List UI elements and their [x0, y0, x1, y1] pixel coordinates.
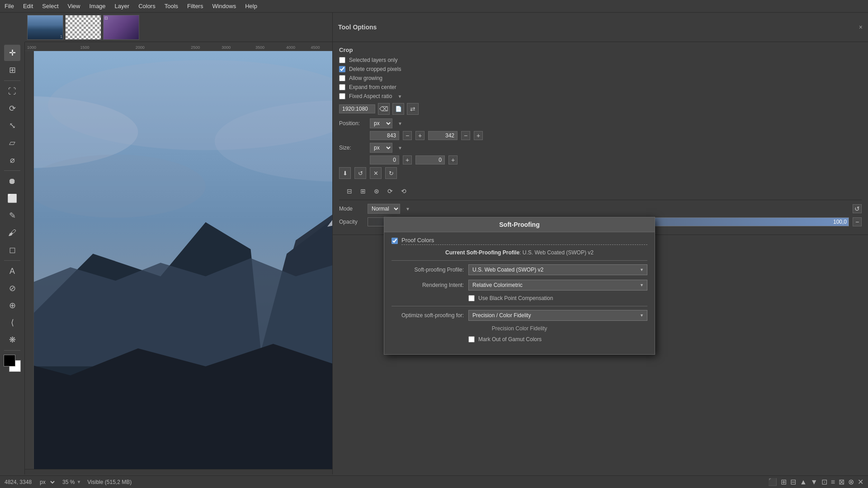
dimension-input[interactable]	[339, 104, 375, 113]
layers-icon-btn[interactable]: ⊟	[344, 185, 355, 197]
allow-growing-checkbox[interactable]	[339, 75, 345, 81]
status-icon-8[interactable]: ⊠	[839, 478, 844, 486]
tool-options-close-button[interactable]: ×	[859, 23, 863, 31]
channels-icon-btn[interactable]: ⊞	[357, 185, 369, 197]
dimension-book-btn[interactable]: 📄	[392, 103, 404, 115]
status-icon-6[interactable]: ⊡	[821, 478, 827, 486]
tool-crop[interactable]: ⛶	[4, 83, 20, 99]
reset-icon-btn[interactable]: ↺	[354, 167, 366, 179]
thumbnail-1[interactable]: 1	[27, 15, 63, 40]
allow-growing-row: Allow growing	[339, 75, 862, 81]
menu-image[interactable]: Image	[85, 1, 110, 11]
optimize-subtitle: Precision Color Fidelity	[392, 325, 647, 332]
tool-text[interactable]: A	[4, 263, 20, 279]
history-icon-btn[interactable]: ⟳	[384, 185, 396, 197]
selected-layers-checkbox[interactable]	[339, 57, 345, 63]
horizontal-scrollbar[interactable]	[25, 469, 332, 474]
dimension-swap-btn[interactable]: ⇄	[407, 103, 419, 115]
status-icon-9[interactable]: ⊗	[848, 478, 854, 486]
tool-magnify[interactable]: ⟨	[4, 314, 20, 331]
fixed-aspect-checkbox[interactable]	[339, 93, 345, 99]
y-decrease-btn[interactable]: −	[461, 131, 470, 140]
position-unit-select[interactable]: px mm in	[370, 118, 392, 128]
position-y-input[interactable]	[428, 131, 458, 140]
refresh-icon-btn[interactable]: ⟲	[398, 185, 410, 197]
proof-colors-checkbox[interactable]	[392, 238, 398, 244]
position-x-input[interactable]	[370, 131, 399, 140]
tool-perspective[interactable]: ▱	[4, 135, 20, 151]
paths-icon-btn[interactable]: ⊛	[371, 185, 382, 197]
h-increase-btn[interactable]: +	[448, 155, 458, 164]
statusbar-right-icons: ⬛ ⊞ ⊟ ▲ ▼ ⊡ ≡ ⊠ ⊗ ✕	[768, 478, 863, 486]
status-icon-5[interactable]: ▼	[811, 478, 818, 486]
tool-gradient[interactable]: ⬜	[4, 190, 20, 206]
size-w-input[interactable]	[370, 155, 399, 164]
tool-paintbucket[interactable]: ⏺	[4, 173, 20, 189]
menu-file[interactable]: File	[0, 1, 19, 11]
menu-view[interactable]: View	[63, 1, 85, 11]
status-icon-1[interactable]: ⬛	[768, 478, 777, 486]
menu-tools[interactable]: Tools	[160, 1, 183, 11]
tool-rotate[interactable]: ⟳	[4, 100, 20, 117]
zoom-dropdown-icon[interactable]: ▼	[76, 479, 81, 484]
y-increase-btn[interactable]: +	[474, 131, 483, 140]
thumbnail-2[interactable]: ×	[65, 15, 101, 40]
download-icon-btn[interactable]: ⬇	[339, 167, 351, 179]
menu-edit[interactable]: Edit	[19, 1, 38, 11]
menu-layer[interactable]: Layer	[110, 1, 134, 11]
sp-optimize-dropdown-wrap: Precision / Color Fidelity Speed	[468, 310, 647, 321]
sp-optimize-select[interactable]: Precision / Color Fidelity Speed	[468, 310, 647, 321]
tool-pencil[interactable]: ✎	[4, 207, 20, 224]
menu-colors[interactable]: Colors	[134, 1, 160, 11]
sp-rendering-dropdown-wrap: Relative Colorimetric Perceptual Saturat…	[468, 280, 647, 291]
status-icon-10[interactable]: ✕	[858, 478, 863, 486]
mark-gamut-checkbox[interactable]	[468, 336, 475, 343]
menu-filters[interactable]: Filters	[183, 1, 208, 11]
mode-reset-btn[interactable]: ↺	[853, 204, 862, 213]
menu-select[interactable]: Select	[38, 1, 63, 11]
size-h-input[interactable]	[415, 155, 445, 164]
tool-align[interactable]: ⊞	[4, 62, 20, 78]
status-icon-4[interactable]: ▲	[800, 478, 807, 486]
tool-eyedropper[interactable]: ⊘	[4, 280, 20, 296]
tool-scale[interactable]: ⤡	[4, 117, 20, 134]
w-increase-btn[interactable]: +	[403, 155, 412, 164]
tool-zoom[interactable]: ⊕	[4, 297, 20, 314]
status-icon-3[interactable]: ⊟	[790, 478, 796, 486]
current-profile-value: U.S. Web Coated (SWOP) v2	[523, 249, 594, 256]
tool-eraser[interactable]: ◻	[4, 242, 20, 258]
opacity-decrease-btn[interactable]: −	[853, 217, 862, 226]
black-point-checkbox[interactable]	[468, 295, 475, 301]
delete-cropped-label: Delete cropped pixels	[349, 66, 401, 72]
dimension-row: ⌫ 📄 ⇄	[339, 103, 862, 115]
unit-select[interactable]: px mm in	[38, 479, 56, 486]
status-icon-7[interactable]: ≡	[831, 478, 835, 486]
sp-rendering-select[interactable]: Relative Colorimetric Perceptual Saturat…	[468, 280, 647, 291]
status-icon-2[interactable]: ⊞	[781, 478, 787, 486]
sp-profile-select[interactable]: U.S. Web Coated (SWOP) v2 sRGB IEC61966-…	[468, 264, 647, 275]
ruler-label-2000: 2000	[136, 45, 145, 50]
canvas-area[interactable]	[34, 51, 332, 474]
tool-clone[interactable]: ❋	[4, 332, 20, 348]
x-increase-btn[interactable]: +	[415, 131, 425, 140]
menu-windows[interactable]: Windows	[208, 1, 241, 11]
delete-cropped-checkbox[interactable]	[339, 66, 345, 72]
dimension-clear-btn[interactable]: ⌫	[378, 103, 390, 115]
thumbnail-close-icon[interactable]: ×	[95, 16, 100, 21]
mode-select[interactable]: Normal Multiply Screen Overlay	[368, 204, 400, 214]
foreground-color-swatch[interactable]	[4, 355, 15, 366]
ruler-label-4000: 4000	[286, 45, 295, 50]
cancel-icon-btn[interactable]: ✕	[370, 167, 382, 179]
fixed-aspect-dropdown-icon[interactable]: ▼	[397, 94, 402, 99]
tool-warp[interactable]: ⌀	[4, 152, 20, 168]
x-decrease-btn[interactable]: −	[403, 131, 412, 140]
opacity-label: Opacity	[339, 219, 364, 225]
menu-help[interactable]: Help	[241, 1, 262, 11]
tool-paint[interactable]: 🖌	[4, 225, 20, 241]
size-unit-select[interactable]: px mm	[370, 143, 392, 153]
expand-center-checkbox[interactable]	[339, 84, 345, 90]
restore-icon-btn[interactable]: ↻	[385, 167, 397, 179]
thumbnail-3[interactable]: ⊡	[103, 15, 139, 40]
color-swatches[interactable]	[4, 355, 21, 372]
tool-move[interactable]: ✛	[4, 45, 20, 61]
